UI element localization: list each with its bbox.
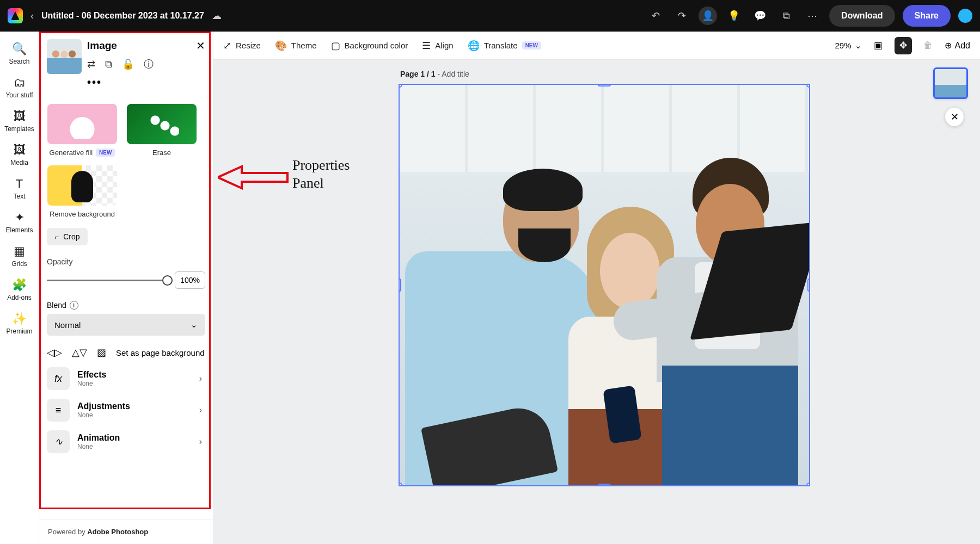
info-icon[interactable]: ⓘ [144,58,154,71]
comment-icon[interactable]: 💬 [751,7,769,25]
chevron-right-icon: › [199,405,202,415]
share-button[interactable]: Share [903,5,951,27]
rail-grids[interactable]: ▦Grids [3,242,36,271]
svg-marker-0 [218,166,287,188]
theme-icon: 🎨 [275,40,287,52]
rail-yourstuff[interactable]: 🗂Your stuff [3,73,36,102]
opacity-value[interactable]: 100% [175,271,205,289]
left-rail: 🔍Search 🗂Your stuff 🖼Templates 🖼Media TT… [0,32,39,544]
resize-handle[interactable] [807,279,810,292]
media-icon: 🖼 [14,144,26,157]
rail-search[interactable]: 🔍Search [3,39,36,69]
zoom-dropdown[interactable]: 29%⌄ [835,41,862,51]
tool-align[interactable]: ☰Align [422,40,453,52]
redo-icon[interactable]: ↷ [672,7,691,25]
panel-close-icon[interactable]: ✕ [196,39,205,52]
templates-icon: 🖼 [14,110,26,123]
resize-handle[interactable] [399,279,401,292]
properties-panel: Image ✕ ⇄ ⧉ 🔓 ⓘ ••• Generativ [39,32,213,544]
download-button[interactable]: Download [829,5,895,27]
section-effects[interactable]: fx EffectsNone › [47,367,205,390]
resize-handle[interactable] [806,483,810,486]
premium-icon: ✨ [12,312,27,325]
user-avatar[interactable] [958,9,972,23]
tool-bgcolor[interactable]: ▢Background color [331,40,408,52]
annotation-arrow-icon [218,162,289,193]
lock-icon[interactable]: 🔓 [122,58,134,70]
adjustments-icon: ≡ [47,399,70,422]
crop-button[interactable]: ⌐ Crop [47,228,88,245]
elements-icon: ✦ [15,211,24,224]
search-icon: 🔍 [12,42,27,55]
action-generative-fill[interactable]: Generative fillNEW [47,104,118,157]
opacity-slider[interactable] [47,280,168,281]
annotation-label: Properties Panel [292,157,350,192]
chevron-down-icon: ⌄ [855,41,862,51]
tool-resize[interactable]: ⤢Resize [223,40,261,52]
rail-templates[interactable]: 🖼Templates [3,107,36,136]
more-icon[interactable]: ⋯ [803,7,822,25]
tool-theme[interactable]: 🎨Theme [275,40,317,52]
tool-translate[interactable]: 🌐TranslateNEW [468,40,541,52]
document-title[interactable]: Untitled - 06 December 2023 at 10.17.27 [41,11,204,21]
flip-vertical-icon[interactable]: △▽ [72,347,87,358]
new-badge: NEW [96,149,115,157]
more-options-icon[interactable]: ••• [87,76,205,89]
invite-person-icon[interactable]: 👤 [699,7,717,25]
slider-handle[interactable] [162,275,173,286]
close-thumbnails-icon[interactable]: ✕ [945,108,964,126]
section-adjustments[interactable]: ≡ AdjustmentsNone › [47,399,205,422]
blend-label: Blend [47,301,66,310]
panel-footer: Powered by Adobe Photoshop [39,519,213,544]
panel-title: Image [87,40,117,52]
resize-icon: ⤢ [223,40,231,52]
page-indicator[interactable]: Page 1 / 1 - Add title [400,70,469,78]
rail-text[interactable]: TText [3,174,36,203]
rail-addons[interactable]: 🧩Add-ons [3,275,36,305]
erase-thumb [127,104,197,144]
duplicate-icon[interactable]: ⧉ [105,59,112,70]
undo-icon[interactable]: ↶ [646,7,665,25]
selected-image[interactable]: ↺ [399,84,810,486]
animation-icon: ∿ [47,430,70,453]
replace-icon[interactable]: ⇄ [87,58,95,70]
opacity-label: Opacity [47,257,205,266]
grids-icon: ▦ [14,245,25,258]
flip-horizontal-icon[interactable]: ◁▷ [47,347,62,358]
action-remove-background[interactable]: Remove background [47,165,118,218]
tips-icon[interactable]: 💡 [725,7,743,25]
translate-icon: 🌐 [468,40,480,52]
app-header: ‹ Untitled - 06 December 2023 at 10.17.2… [0,0,980,32]
chevron-right-icon: › [199,374,202,384]
present-icon[interactable]: ⧉ [777,7,795,25]
new-badge: NEW [522,41,541,50]
generative-fill-thumb [47,104,117,144]
set-as-background-button[interactable]: Set as page background [116,348,205,357]
selected-image-thumbnail[interactable] [47,39,82,74]
rail-elements[interactable]: ✦Elements [3,208,36,237]
back-icon[interactable]: ‹ [30,10,34,22]
addons-icon: 🧩 [12,279,27,292]
resize-handle[interactable] [399,483,402,486]
delete-icon[interactable]: 🗑 [920,37,937,54]
chevron-down-icon: ⌄ [191,320,198,330]
layers-icon[interactable]: ▣ [869,37,887,54]
resize-handle[interactable] [598,484,611,486]
pattern-icon[interactable]: ▨ [97,347,106,358]
rail-media[interactable]: 🖼Media [3,140,36,170]
rail-premium[interactable]: ✨Premium [3,309,36,338]
cloud-sync-icon[interactable]: ☁ [212,10,222,22]
add-page-button[interactable]: ⊕Add [945,40,970,51]
plus-icon: ⊕ [945,40,952,51]
effects-icon: fx [47,367,70,390]
align-icon: ☰ [422,40,431,52]
blend-info-icon[interactable]: i [70,301,78,310]
selection-mode-icon[interactable]: ✥ [895,37,912,54]
remove-bg-thumb [47,165,117,206]
resize-handle[interactable] [598,84,611,86]
blend-select[interactable]: Normal ⌄ [47,314,205,336]
folder-icon: 🗂 [14,76,26,89]
action-erase[interactable]: Erase [126,104,197,157]
page-thumbnail[interactable] [933,67,968,99]
section-animation[interactable]: ∿ AnimationNone › [47,430,205,453]
